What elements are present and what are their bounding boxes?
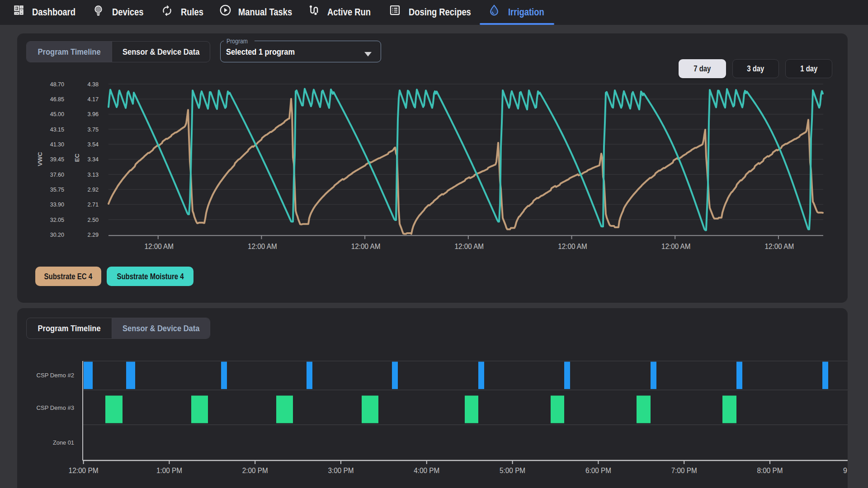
svg-text:5:00 PM: 5:00 PM	[500, 467, 525, 474]
svg-text:35.75: 35.75	[50, 186, 64, 193]
svg-text:43.15: 43.15	[50, 126, 64, 133]
svg-text:12:00 AM: 12:00 AM	[144, 243, 174, 250]
svg-text:12:00 AM: 12:00 AM	[455, 243, 484, 250]
svg-text:12:00 AM: 12:00 AM	[661, 243, 691, 250]
svg-text:3.34: 3.34	[87, 156, 99, 163]
svg-text:37.60: 37.60	[50, 171, 64, 178]
svg-text:7:00 PM: 7:00 PM	[671, 467, 697, 474]
svg-text:12:00 PM: 12:00 PM	[69, 467, 99, 474]
svg-text:2.71: 2.71	[87, 201, 99, 208]
svg-text:30.20: 30.20	[50, 231, 64, 238]
svg-text:CSP Demo #3: CSP Demo #3	[37, 404, 75, 411]
svg-text:2.92: 2.92	[87, 186, 99, 193]
svg-text:39.45: 39.45	[50, 156, 64, 163]
svg-text:3.13: 3.13	[87, 171, 99, 178]
svg-text:4:00 PM: 4:00 PM	[414, 467, 439, 474]
svg-text:12:00 AM: 12:00 AM	[765, 243, 794, 250]
svg-text:48.70: 48.70	[50, 81, 64, 88]
svg-text:8:00 PM: 8:00 PM	[757, 467, 783, 474]
svg-text:12:00 AM: 12:00 AM	[248, 243, 277, 250]
svg-text:3.75: 3.75	[87, 126, 99, 133]
svg-text:6:00 PM: 6:00 PM	[585, 467, 611, 474]
svg-text:32.05: 32.05	[50, 216, 64, 223]
svg-text:2.50: 2.50	[87, 216, 99, 223]
svg-text:46.85: 46.85	[50, 96, 64, 103]
svg-text:3:00 PM: 3:00 PM	[328, 467, 354, 474]
svg-text:4.38: 4.38	[87, 81, 99, 88]
svg-text:Zone 01: Zone 01	[53, 439, 74, 446]
svg-text:CSP Demo #2: CSP Demo #2	[37, 372, 75, 379]
svg-text:1:00 PM: 1:00 PM	[156, 467, 182, 474]
svg-text:9: 9	[843, 467, 847, 474]
svg-text:41.30: 41.30	[50, 141, 64, 148]
svg-text:2.29: 2.29	[87, 231, 99, 238]
svg-text:3.54: 3.54	[87, 141, 99, 148]
svg-text:33.90: 33.90	[50, 201, 64, 208]
svg-text:3.96: 3.96	[87, 111, 99, 117]
svg-text:12:00 AM: 12:00 AM	[558, 243, 587, 250]
svg-text:2:00 PM: 2:00 PM	[242, 467, 268, 474]
svg-text:45.00: 45.00	[50, 111, 64, 117]
svg-text:VWC: VWC	[37, 152, 43, 166]
svg-text:EC: EC	[74, 153, 80, 162]
svg-text:4.17: 4.17	[87, 96, 99, 103]
svg-text:12:00 AM: 12:00 AM	[351, 243, 381, 250]
